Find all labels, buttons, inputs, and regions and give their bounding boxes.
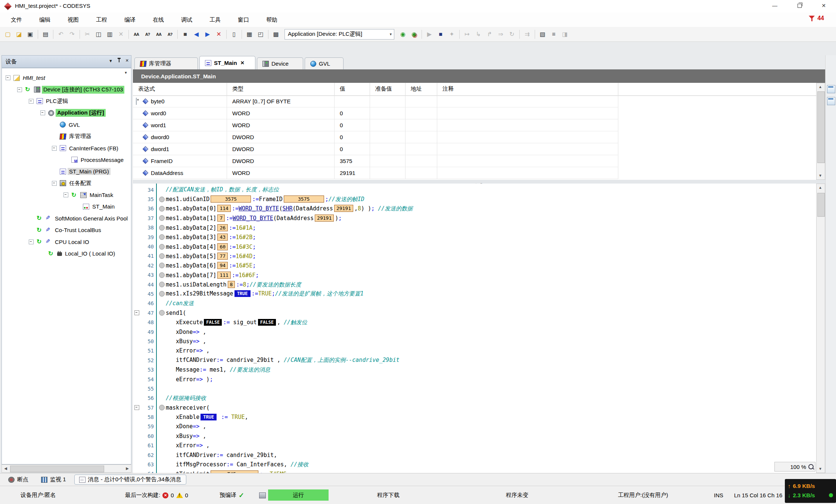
bottom-tab-breakpoints[interactable]: 断点 xyxy=(4,475,33,484)
toolbar-run-to-cursor-button[interactable]: ⇒ xyxy=(495,29,506,40)
code-line-58[interactable]: 58 xEnableTRUE := TRUE, xyxy=(133,412,816,422)
tree-horizontal-scrollbar[interactable]: ◀ ▶ xyxy=(1,464,131,473)
breakpoint-gutter[interactable] xyxy=(158,225,166,231)
toolbar-start-button[interactable]: ▶ xyxy=(424,29,435,40)
toolbar-logout-button[interactable]: ◉ xyxy=(409,29,419,40)
tree-item-cpu-local-io[interactable]: ↻CPU Local IO xyxy=(2,236,131,247)
breakpoint-gutter[interactable] xyxy=(158,253,166,259)
panel-menu-icon[interactable]: ▼ xyxy=(109,59,113,63)
panel-close-icon[interactable]: ✕ xyxy=(125,58,129,63)
code-line-55[interactable]: 55 xyxy=(133,384,816,393)
toolbar-paste-button[interactable]: ▥ xyxy=(105,29,115,40)
scroll-up-icon[interactable]: ▲ xyxy=(817,83,824,91)
breakpoint-gutter[interactable] xyxy=(158,310,166,316)
panel-pin-icon[interactable] xyxy=(119,59,119,62)
toolbar-open-project-button[interactable]: ◪ xyxy=(14,29,24,40)
code-line-36[interactable]: 36mes1.abyData[0]114:=WORD_TO_BYTE(SHR(D… xyxy=(133,204,816,213)
menu-item-窗口[interactable]: 窗口 xyxy=(229,14,258,26)
toolbar-simulation-button[interactable]: ▧ xyxy=(537,29,548,40)
toolbar-next-bookmark-button[interactable]: ▶ xyxy=(202,29,213,40)
code-line-53[interactable]: 53 Message:= mes1, //要发送的消息 xyxy=(133,365,816,374)
code-line-37[interactable]: 37mes1.abyData[1]7:=WORD_TO_BYTE(DataAdd… xyxy=(133,213,816,223)
tree-item-device[interactable]: ↻Device [连接的] (CTH3 C57-103 xyxy=(2,84,131,95)
toolbar-step-into-button[interactable]: ↳ xyxy=(473,29,484,40)
st-code-editor[interactable]: 34//配置CAN发送，帧ID，数据，长度，标志位35mes1.udiCanID… xyxy=(133,184,816,473)
code-line-35[interactable]: 35mes1.udiCanID3575:=FrameID3575;//发送的帧I… xyxy=(133,194,816,204)
breakpoint-gutter[interactable] xyxy=(158,263,166,268)
tree-collapse-icon[interactable] xyxy=(40,110,45,115)
code-line-51[interactable]: 51 xError=> , xyxy=(133,346,816,356)
code-line-48[interactable]: 48 xExecuteFALSE:= sig_outFALSE, //触发位 xyxy=(133,317,816,327)
tree-collapse-icon[interactable] xyxy=(17,87,22,92)
close-button[interactable]: ✕ xyxy=(811,0,836,12)
toolbar-save-button[interactable]: ▣ xyxy=(25,29,35,40)
tab-st-main[interactable]: ST_Main✕ xyxy=(199,56,255,69)
code-line-40[interactable]: 40mes1.abyData[4]60:=16#3C; xyxy=(133,242,816,251)
column-header-值[interactable]: 值 xyxy=(335,83,370,96)
scroll-thumb[interactable] xyxy=(10,466,104,472)
monitor-value-box[interactable]: 29191 xyxy=(315,215,334,222)
code-line-45[interactable]: 45mes1.xIs29BitMessageTRUE:=TRUE;//发送的是扩… xyxy=(133,289,816,298)
tree-item-st-main-prg[interactable]: ST_Main (PRG) xyxy=(2,166,131,177)
minimize-button[interactable]: — xyxy=(763,0,787,12)
toolbar-toggle-bookmark-button[interactable]: ■ xyxy=(180,29,190,40)
monitor-value-box[interactable]: 94 xyxy=(217,262,228,269)
monitor-value-box[interactable]: 77 xyxy=(217,253,228,260)
active-application-combo[interactable]: Application [Device: PLC逻辑]▼ xyxy=(285,29,394,40)
dock-toolbox-icon[interactable] xyxy=(827,85,835,93)
code-line-49[interactable]: 49 xDone=> , xyxy=(133,327,816,336)
toolbar-delete-button[interactable]: ✕ xyxy=(116,29,126,40)
tree-item-gvl[interactable]: GVL xyxy=(2,119,131,131)
code-line-59[interactable]: 59 xDone=> , xyxy=(133,422,816,431)
tree-collapse-icon[interactable] xyxy=(6,75,10,80)
column-header-表达式[interactable]: 表达式 xyxy=(133,83,227,96)
scroll-right-icon[interactable]: ▶ xyxy=(124,465,131,472)
toolbar-reset-warm-button[interactable]: ↻ xyxy=(507,29,517,40)
code-line-64[interactable]: 64 tTimeLimitT#5ms:= T#5MS xyxy=(133,469,816,473)
tree-item-application[interactable]: Application [运行] xyxy=(2,107,131,119)
breakpoint-gutter[interactable] xyxy=(158,282,166,287)
tree-collapse-icon[interactable] xyxy=(52,181,57,186)
close-tab-icon[interactable]: ✕ xyxy=(240,60,245,66)
toolbar-monitoring-list-button[interactable]: ≡ xyxy=(548,29,559,40)
monitor-value-box[interactable]: 8 xyxy=(228,281,235,288)
tree-item-co-trust-localbus[interactable]: ↻Co-Trust LocalBus xyxy=(2,224,131,236)
column-header-类型[interactable]: 类型 xyxy=(227,83,335,96)
tree-collapse-icon[interactable] xyxy=(29,240,34,244)
tree-item-plc-logic[interactable]: PLC逻辑 xyxy=(2,96,131,107)
monitor-value-box[interactable]: 29191 xyxy=(334,205,353,212)
monitor-value-box[interactable]: 60 xyxy=(217,243,228,250)
column-header-注释[interactable]: 注释 xyxy=(437,83,618,96)
toolbar-undo-button[interactable]: ↶ xyxy=(56,29,66,40)
breakpoint-gutter[interactable] xyxy=(158,234,166,240)
editor-scrollbar[interactable]: ▲ ▼ xyxy=(816,184,825,473)
code-line-54[interactable]: 54 eError=> ); xyxy=(133,375,816,384)
code-line-50[interactable]: 50 xBusy=> , xyxy=(133,336,816,346)
breakpoint-gutter[interactable] xyxy=(158,272,166,278)
toolbar-find-button[interactable]: AA xyxy=(131,29,142,40)
menu-item-调试[interactable]: 调试 xyxy=(173,14,201,26)
toolbar-clear-bookmarks-button[interactable]: ✕ xyxy=(214,29,224,40)
tree-collapse-icon[interactable] xyxy=(52,146,57,151)
code-line-44[interactable]: 44mes1.usiDataLength8:=8;//要发送的数据长度 xyxy=(133,280,816,289)
menu-item-视图[interactable]: 视图 xyxy=(59,14,87,26)
toolbar-find-in-project-button[interactable]: AA xyxy=(153,29,164,40)
scroll-left-icon[interactable]: ◀ xyxy=(2,465,9,472)
tree-item-task-configuration[interactable]: 任务配置 xyxy=(2,178,131,189)
tab-library-manager[interactable]: 库管理器 xyxy=(134,57,198,69)
monitor-false-box[interactable]: FALSE xyxy=(258,319,276,326)
code-line-60[interactable]: 60 xBusy=> , xyxy=(133,431,816,441)
code-line-38[interactable]: 38mes1.abyData[2]26:=16#1A; xyxy=(133,223,816,232)
toolbar-step-out-button[interactable]: ↱ xyxy=(484,29,495,40)
fold-collapse-icon[interactable] xyxy=(134,405,139,410)
tree-item-hmi-test[interactable]: HMI_test xyxy=(2,72,131,84)
row-expand-icon[interactable] xyxy=(136,98,137,105)
toolbar-new-file-button[interactable]: ▢ xyxy=(3,29,13,40)
tree-item-local-io[interactable]: ↻Local_IO ( Local IO) xyxy=(2,248,131,259)
code-line-52[interactable]: 52 itfCANDriver:= candrive_29bit , //CAN… xyxy=(133,356,816,365)
code-line-56[interactable]: 56//根据掩码接收 xyxy=(133,394,816,403)
tree-collapse-icon[interactable] xyxy=(29,99,34,104)
tab-device[interactable]: Device xyxy=(257,57,303,69)
monitor-true-box[interactable]: TRUE xyxy=(201,414,217,420)
bottom-tab-messages[interactable]: 消息 - 总计0个错误,0个警告,34条消息 xyxy=(74,475,186,485)
